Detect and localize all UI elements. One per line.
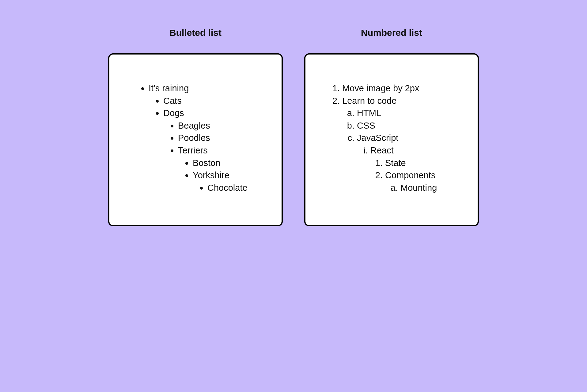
list-item: State: [385, 157, 456, 169]
list-item-text: React: [370, 145, 394, 155]
numbered-heading: Numbered list: [361, 28, 422, 38]
bulleted-column: Bulleted list It's raining Cats Dogs Bea…: [108, 28, 283, 364]
numbered-list-root: Move image by 2px Learn to code HTML CSS…: [330, 82, 456, 194]
list-item: Dogs Beagles Poodles Terriers Boston Yor…: [163, 107, 260, 194]
numbered-sublist: Mounting: [385, 182, 456, 194]
numbered-sublist: State Components Mounting: [370, 157, 456, 194]
list-item-text: JavaScript: [357, 133, 398, 143]
list-item-text: Learn to code: [342, 96, 396, 106]
list-item: Components Mounting: [385, 169, 456, 194]
list-item: Mounting: [400, 182, 456, 194]
list-item: Move image by 2px: [342, 82, 456, 95]
list-item-text: Components: [385, 170, 435, 180]
list-item: Boston: [193, 157, 260, 169]
bulleted-sublist: Boston Yorkshire Chocolate: [178, 157, 260, 194]
list-item: React State Components Mounting: [370, 144, 456, 194]
numbered-card: Move image by 2px Learn to code HTML CSS…: [304, 53, 479, 226]
list-item: Yorkshire Chocolate: [193, 169, 260, 194]
list-item-text: Yorkshire: [193, 170, 229, 180]
numbered-sublist: HTML CSS JavaScript React State Componen…: [342, 107, 456, 194]
list-item: Terriers Boston Yorkshire Chocolate: [178, 144, 260, 194]
list-item: HTML: [357, 107, 456, 119]
bulleted-sublist: Chocolate: [193, 182, 260, 194]
list-item: CSS: [357, 119, 456, 132]
list-item: Poodles: [178, 132, 260, 144]
numbered-column: Numbered list Move image by 2px Learn to…: [304, 28, 479, 364]
list-item-text: Dogs: [163, 108, 184, 118]
bulleted-card: It's raining Cats Dogs Beagles Poodles T…: [108, 53, 283, 226]
list-item: Chocolate: [207, 182, 260, 194]
bulleted-list-root: It's raining Cats Dogs Beagles Poodles T…: [134, 82, 260, 194]
list-item: JavaScript React State Components Mount: [357, 132, 456, 194]
list-item-text: It's raining: [149, 83, 189, 93]
list-item: It's raining Cats Dogs Beagles Poodles T…: [149, 82, 260, 194]
bulleted-sublist: Cats Dogs Beagles Poodles Terriers Bosto…: [149, 95, 260, 194]
list-item: Learn to code HTML CSS JavaScript React …: [342, 95, 456, 194]
bulleted-heading: Bulleted list: [169, 28, 222, 38]
bulleted-sublist: Beagles Poodles Terriers Boston Yorkshir…: [163, 119, 260, 194]
list-item: Cats: [163, 95, 260, 107]
list-item-text: Terriers: [178, 145, 208, 155]
list-item: Beagles: [178, 119, 260, 132]
numbered-sublist: React State Components Mounting: [357, 144, 456, 194]
